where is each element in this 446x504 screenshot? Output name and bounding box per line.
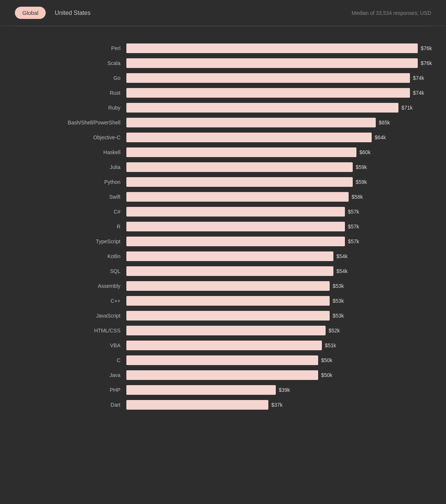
lang-label: Bash/Shell/PowerShell <box>0 120 126 126</box>
bar-value: $57k <box>348 238 359 244</box>
lang-label: VBA <box>0 342 126 348</box>
lang-label: Java <box>0 372 126 378</box>
bar <box>126 58 418 68</box>
bar-value: $76k <box>421 60 432 66</box>
chart-row: Julia$59k <box>0 160 424 174</box>
bar-wrapper: $59k <box>126 177 424 187</box>
bar <box>126 355 318 365</box>
bar-wrapper: $57k <box>126 207 424 217</box>
bar-value: $58k <box>352 194 363 200</box>
bar-value: $64k <box>375 134 386 140</box>
bar-wrapper: $57k <box>126 237 424 246</box>
chart-row: Swift$58k <box>0 190 424 204</box>
lang-label: Python <box>0 179 126 185</box>
bar <box>126 162 353 172</box>
lang-label: Dart <box>0 402 126 408</box>
bar-wrapper: $65k <box>126 118 424 127</box>
lang-label: Go <box>0 75 126 81</box>
median-label: Median of 33,534 responses; USD <box>352 10 431 16</box>
bar-wrapper: $53k <box>126 281 424 291</box>
chart-row: PHP$39k <box>0 383 424 397</box>
bar-wrapper: $53k <box>126 296 424 306</box>
lang-label: TypeScript <box>0 238 126 244</box>
bar-value: $65k <box>379 120 390 126</box>
chart-row: Scala$76k <box>0 56 424 70</box>
bar <box>126 311 330 321</box>
chart-row: R$57k <box>0 220 424 234</box>
bar <box>126 281 330 291</box>
lang-label: C <box>0 357 126 363</box>
lang-label: PHP <box>0 387 126 393</box>
bar <box>126 73 410 83</box>
bar-value: $54k <box>336 253 348 259</box>
bar-wrapper: $39k <box>126 385 424 395</box>
chart-row: Assembly$53k <box>0 279 424 293</box>
chart-row: Python$59k <box>0 175 424 189</box>
lang-label: Rust <box>0 90 126 96</box>
bar-value: $59k <box>356 164 367 170</box>
bar <box>126 133 372 142</box>
bar-value: $76k <box>421 45 432 51</box>
lang-label: Assembly <box>0 283 126 289</box>
bar-wrapper: $54k <box>126 266 424 276</box>
bar-wrapper: $76k <box>126 58 432 68</box>
bar-wrapper: $60k <box>126 147 424 157</box>
chart-row: Dart$37k <box>0 398 424 412</box>
page-header: Global United States Median of 33,534 re… <box>0 0 446 26</box>
bar-wrapper: $76k <box>126 43 432 53</box>
lang-label: JavaScript <box>0 313 126 319</box>
bar-value: $52k <box>329 328 340 334</box>
chart-row: Haskell$60k <box>0 145 424 159</box>
bar <box>126 103 398 113</box>
lang-label: Haskell <box>0 149 126 155</box>
lang-label: Kotlin <box>0 253 126 259</box>
bar <box>126 266 333 276</box>
chart-row: SQL$54k <box>0 264 424 278</box>
bar <box>126 341 322 350</box>
bar-wrapper: $74k <box>126 88 424 98</box>
bar-wrapper: $37k <box>126 400 424 410</box>
bar-wrapper: $53k <box>126 311 424 321</box>
bar-value: $53k <box>333 283 344 289</box>
bar-value: $39k <box>279 387 290 393</box>
bar-wrapper: $51k <box>126 341 424 350</box>
bar <box>126 296 330 306</box>
bar-value: $60k <box>359 149 371 155</box>
lang-label: C# <box>0 209 126 215</box>
chart-row: C$50k <box>0 353 424 367</box>
chart-row: TypeScript$57k <box>0 234 424 248</box>
bar <box>126 222 345 231</box>
bar <box>126 88 410 98</box>
bar-value: $74k <box>413 90 424 96</box>
bar-wrapper: $52k <box>126 326 424 335</box>
bar-value: $57k <box>348 224 359 230</box>
chart-row: VBA$51k <box>0 338 424 352</box>
chart-row: Ruby$71k <box>0 101 424 115</box>
bar <box>126 177 353 187</box>
global-button[interactable]: Global <box>15 7 46 19</box>
bar-wrapper: $54k <box>126 251 424 261</box>
bar-value: $74k <box>413 75 424 81</box>
chart-container: Perl$76kScala$76kGo$74kRust$74kRuby$71kB… <box>0 26 446 427</box>
bar-wrapper: $59k <box>126 162 424 172</box>
bar-wrapper: $50k <box>126 370 424 380</box>
region-label: United States <box>55 10 90 16</box>
chart-row: JavaScript$53k <box>0 309 424 323</box>
bar <box>126 207 345 217</box>
bar-value: $53k <box>333 313 344 319</box>
chart-row: C++$53k <box>0 294 424 308</box>
chart-row: Bash/Shell/PowerShell$65k <box>0 116 424 130</box>
lang-label: HTML/CSS <box>0 328 126 334</box>
chart-row: Perl$76k <box>0 41 424 55</box>
bar-wrapper: $58k <box>126 192 424 202</box>
lang-label: SQL <box>0 268 126 274</box>
bar-value: $50k <box>321 357 332 363</box>
bar <box>126 385 276 395</box>
lang-label: Ruby <box>0 105 126 111</box>
bar-value: $57k <box>348 209 359 215</box>
lang-label: C++ <box>0 298 126 304</box>
chart-row: Go$74k <box>0 71 424 85</box>
bar-value: $53k <box>333 298 344 304</box>
bar-value: $71k <box>401 105 413 111</box>
lang-label: Julia <box>0 164 126 170</box>
